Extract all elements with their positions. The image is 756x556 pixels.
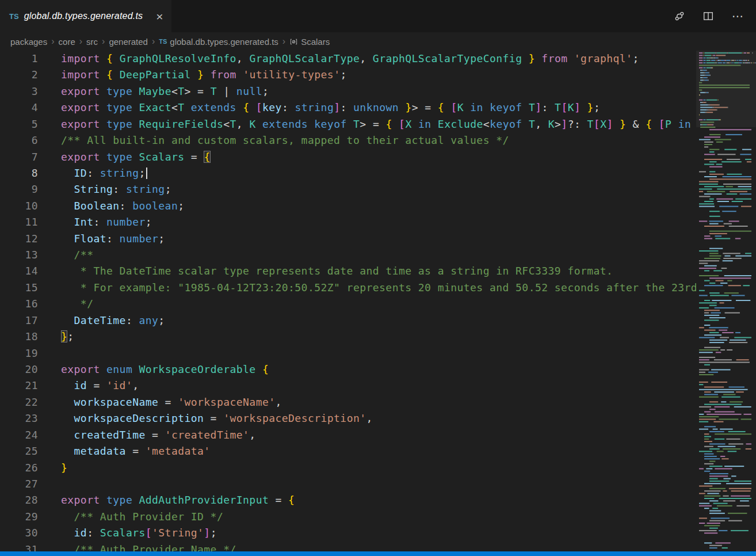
code-line[interactable]: 31 /** Auth Provider Name */ [0,542,696,551]
code-line[interactable]: 3export type Maybe<T> = T | null; [0,83,696,100]
code-line[interactable]: 25 metadata = 'metadata' [0,443,696,459]
code-line[interactable]: 30 id: Scalars['String']; [0,525,696,541]
code-text: export enum WorkspaceOrderable { [61,361,269,378]
code-line[interactable]: 4export type Exact<T extends { [key: str… [0,100,696,116]
code-line[interactable]: 8 ID: string; [0,165,696,181]
code-line[interactable]: 10 Boolean: boolean; [0,198,696,214]
code-text: import { GraphQLResolveInfo, GraphQLScal… [61,51,639,67]
line-number[interactable]: 12 [0,231,38,247]
line-number[interactable]: 25 [0,443,38,459]
code-line[interactable]: 5export type RequireFields<T, K extends … [0,116,696,132]
code-text: id: Scalars['String']; [61,525,217,541]
breadcrumb-item-scalars[interactable]: Scalars [289,37,330,47]
code-line[interactable]: 6/** All built-in and custom scalars, ma… [0,132,696,148]
code-line[interactable]: 17 DateTime: any; [0,313,696,329]
breadcrumb-item-packages[interactable]: packages [10,37,47,47]
code-text: metadata = 'metadata' [61,443,211,459]
line-number[interactable]: 3 [0,83,38,100]
code-text: DateTime: any; [61,313,165,329]
code-text: export type Scalars = { [61,149,211,165]
code-line[interactable]: 16 */ [0,296,696,312]
line-number[interactable]: 18 [0,329,38,345]
code-text: /** All built-in and custom scalars, map… [61,132,509,148]
line-number[interactable]: 23 [0,410,38,426]
breadcrumb-item-core[interactable]: core [59,37,75,47]
code-line[interactable]: 13 /** [0,247,696,263]
line-number[interactable]: 15 [0,280,38,296]
line-number[interactable]: 26 [0,460,38,476]
code-line[interactable]: 19 [0,345,696,361]
code-line[interactable]: 22 workspaceName = 'workspaceName', [0,394,696,410]
code-line[interactable]: 14 * The DateTime scalar type represents… [0,263,696,279]
code-line[interactable]: 9 String: string; [0,181,696,197]
code-line[interactable]: 12 Float: number; [0,231,696,247]
code-line[interactable]: 21 id = 'id', [0,378,696,394]
line-number[interactable]: 29 [0,509,38,525]
code-line[interactable]: 18}; [0,329,696,345]
breadcrumb-item-global-db-types-generated-ts[interactable]: TSglobal.db.types.generated.ts [159,37,278,47]
line-number[interactable]: 2 [0,67,38,83]
minimap[interactable] [696,51,756,551]
code-text: import { DeepPartial } from 'utility-typ… [61,67,347,83]
code-line[interactable]: 27 [0,476,696,492]
line-number[interactable]: 7 [0,149,38,165]
code-line[interactable]: 1import { GraphQLResolveInfo, GraphQLSca… [0,51,696,67]
vscode-window: TS global.db.types.generated.ts × ⋯ [0,0,756,556]
line-number[interactable]: 11 [0,214,38,230]
code-line[interactable]: 23 workspaceDescription = 'workspaceDesc… [0,410,696,426]
more-actions-icon[interactable]: ⋯ [732,9,743,23]
line-number[interactable]: 4 [0,100,38,116]
code-line[interactable]: 11 Int: number; [0,214,696,230]
code-line[interactable]: 15 * For example: "1985-04-12T23:20:50.5… [0,280,696,296]
line-number[interactable]: 21 [0,378,38,394]
code-lines: 1import { GraphQLResolveInfo, GraphQLSca… [0,51,696,551]
code-editor[interactable]: 1import { GraphQLResolveInfo, GraphQLSca… [0,51,696,551]
code-text: /** Auth Provider Name */ [61,542,236,551]
code-text: workspaceDescription = 'workspaceDescrip… [61,410,373,426]
line-number[interactable]: 24 [0,427,38,443]
line-number[interactable]: 30 [0,525,38,541]
split-editor-icon[interactable] [703,11,713,21]
line-number[interactable]: 10 [0,198,38,214]
tab-global-db-types-generated[interactable]: TS global.db.types.generated.ts × [0,0,171,32]
breadcrumb-item-src[interactable]: src [86,37,98,47]
code-line[interactable]: 7export type Scalars = { [0,149,696,165]
tab-title: global.db.types.generated.ts [24,11,143,21]
breadcrumb-separator: › [152,36,155,47]
code-text: export type AddAuthProviderInput = { [61,492,295,508]
line-number[interactable]: 17 [0,313,38,329]
line-number[interactable]: 8 [0,165,38,181]
code-text: Float: number; [61,231,165,247]
line-number[interactable]: 19 [0,345,38,361]
line-number[interactable]: 16 [0,296,38,312]
line-number[interactable]: 31 [0,542,38,551]
line-number[interactable]: 13 [0,247,38,263]
code-line[interactable]: 20export enum WorkspaceOrderable { [0,361,696,378]
line-number[interactable]: 14 [0,263,38,279]
line-number[interactable]: 27 [0,476,38,492]
code-text: */ [61,296,93,312]
line-number[interactable]: 9 [0,181,38,197]
code-line[interactable]: 26} [0,460,696,476]
code-text: /** Auth Provider ID */ [61,509,223,525]
text-cursor [146,167,147,179]
close-tab-icon[interactable]: × [156,10,163,22]
line-number[interactable]: 6 [0,132,38,148]
line-number[interactable]: 5 [0,116,38,132]
code-line[interactable]: 2import { DeepPartial } from 'utility-ty… [0,67,696,83]
code-line[interactable]: 24 createdTime = 'createdTime', [0,427,696,443]
code-text: }; [61,329,74,345]
compare-changes-icon[interactable] [674,11,685,21]
code-line[interactable]: 28export type AddAuthProviderInput = { [0,492,696,508]
code-text: * For example: "1985-04-12T23:20:50.52Z"… [61,280,696,296]
line-number[interactable]: 1 [0,51,38,67]
line-number[interactable]: 22 [0,394,38,410]
breadcrumb-separator: › [79,36,82,47]
code-line[interactable]: 29 /** Auth Provider ID */ [0,509,696,525]
code-text: export type Exact<T extends { [key: stri… [61,100,600,116]
code-text: Int: number; [61,214,152,230]
breadcrumb-label: src [86,37,98,47]
line-number[interactable]: 28 [0,492,38,508]
line-number[interactable]: 20 [0,361,38,378]
breadcrumb-item-generated[interactable]: generated [109,37,148,47]
